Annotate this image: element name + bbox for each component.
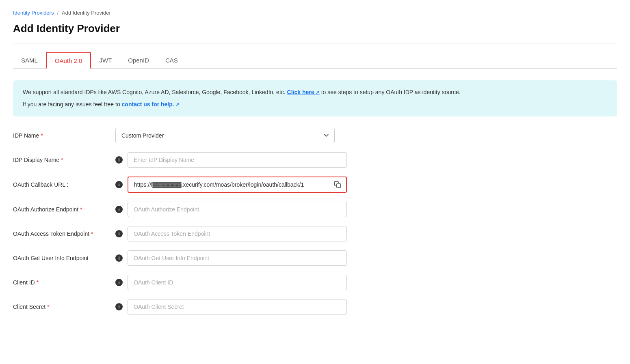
field-authorize-endpoint [128,202,347,217]
info-line1-suffix: to see steps to setup any OAuth IDP as i… [320,89,461,95]
form-container: IDP Name* Custom Provider AWS Cognito Az… [13,128,419,314]
label-idp-name: IDP Name* [13,132,110,139]
label-authorize-endpoint: OAuth Authorize Endpoint* [13,206,110,213]
client-id-input[interactable] [128,275,347,290]
info-line2-prefix: If you are facing any issues feel free t… [23,101,122,108]
callback-url-text: https://l▓▓▓▓▓▓▓.xecurify.com/moas/broke… [128,177,329,192]
label-idp-display-name: IDP Display Name* [13,157,110,163]
form-row-client-secret: Client Secret* i [13,299,419,314]
info-icon-callback[interactable]: i [115,181,123,188]
click-here-link[interactable]: Click here [287,89,320,95]
tab-oauth2[interactable]: OAuth 2.0 [46,52,91,69]
info-icon-user-info[interactable]: i [115,254,123,262]
form-row-idp-name: IDP Name* Custom Provider AWS Cognito Az… [13,128,419,143]
label-callback-url: OAuth Callback URL : [13,181,110,188]
info-line2: If you are facing any issues feel free t… [23,100,607,109]
access-token-input[interactable] [128,226,347,241]
form-row-idp-display-name: IDP Display Name* i [13,152,419,168]
page-title: Add Identity Provider [13,22,617,35]
info-box: We support all standard IDPs like AWS Co… [13,80,617,116]
label-client-secret: Client Secret* [13,304,110,310]
field-access-token [128,226,347,241]
form-row-user-info: OAuth Get User Info Endpoint i [13,250,419,266]
breadcrumb-current: Add Identity Provider [62,10,111,16]
info-line1-prefix: We support all standard IDPs like AWS Co… [23,89,287,95]
info-icon-authorize[interactable]: i [115,206,123,213]
idp-display-name-input[interactable] [128,152,347,168]
field-user-info [128,250,347,266]
info-line1: We support all standard IDPs like AWS Co… [23,88,607,97]
page-container: Identity Providers / Add Identity Provid… [0,0,630,324]
svg-rect-0 [337,184,341,188]
info-icon-client-id[interactable]: i [115,279,123,286]
user-info-input[interactable] [128,250,347,266]
label-user-info: OAuth Get User Info Endpoint [13,255,110,261]
form-row-callback-url: OAuth Callback URL : i https://l▓▓▓▓▓▓▓.… [13,177,419,193]
label-client-id: Client ID* [13,279,110,286]
info-icon-client-secret[interactable]: i [115,303,123,310]
tabs-container: SAML OAuth 2.0 JWT OpenID CAS [13,52,617,69]
form-row-access-token: OAuth Access Token Endpoint* i [13,226,419,241]
form-row-authorize-endpoint: OAuth Authorize Endpoint* i [13,202,419,217]
label-access-token: OAuth Access Token Endpoint* [13,230,110,237]
callback-url-wrapper: https://l▓▓▓▓▓▓▓.xecurify.com/moas/broke… [128,177,347,193]
field-client-secret [128,299,347,314]
info-icon-access-token[interactable]: i [115,230,123,237]
tab-cas[interactable]: CAS [157,53,186,69]
client-secret-input[interactable] [128,299,347,314]
field-client-id [128,275,347,290]
form-row-client-id: Client ID* i [13,275,419,290]
field-idp-display-name [128,152,347,168]
copy-button[interactable] [329,178,346,192]
tab-openid[interactable]: OpenID [120,53,157,69]
divider [13,43,617,43]
tab-jwt[interactable]: JWT [91,53,120,69]
breadcrumb-link[interactable]: Identity Providers [13,10,54,16]
breadcrumb-separator: / [57,10,58,16]
idp-name-select[interactable]: Custom Provider AWS Cognito Azure AD Sal… [115,128,335,143]
breadcrumb: Identity Providers / Add Identity Provid… [13,10,617,16]
authorize-endpoint-input[interactable] [128,202,347,217]
field-idp-name: Custom Provider AWS Cognito Azure AD Sal… [115,128,335,143]
tab-saml[interactable]: SAML [13,53,46,69]
contact-us-link[interactable]: contact us for help. [122,101,180,108]
required-star: * [41,132,43,139]
info-icon-display-name[interactable]: i [115,156,123,164]
